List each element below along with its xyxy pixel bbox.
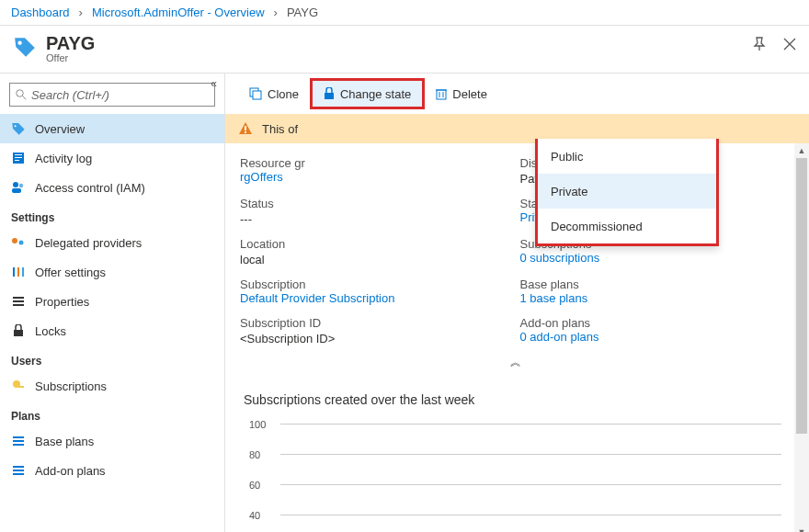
warning-text: This of bbox=[262, 122, 298, 136]
trash-icon bbox=[436, 87, 447, 100]
breadcrumb-current: PAYG bbox=[287, 6, 318, 19]
breadcrumb-dashboard[interactable]: Dashboard bbox=[11, 6, 70, 19]
page-title: PAYG bbox=[46, 33, 95, 54]
svg-point-11 bbox=[12, 238, 17, 243]
field-base-plans: Base plans 1 base plans bbox=[520, 277, 782, 305]
svg-point-9 bbox=[19, 184, 23, 187]
sidebar-item-label: Subscriptions bbox=[35, 379, 107, 393]
svg-rect-21 bbox=[18, 386, 24, 388]
chart-tick: 40 bbox=[249, 510, 260, 521]
svg-point-0 bbox=[17, 41, 21, 45]
svg-rect-30 bbox=[325, 93, 334, 99]
warning-banner: This of bbox=[225, 114, 809, 143]
breadcrumb-adminoffer[interactable]: Microsoft.AdminOffer - Overview bbox=[92, 6, 265, 19]
sidebar-item-label: Properties bbox=[35, 295, 89, 309]
collapse-up-icon[interactable]: ︽ bbox=[225, 351, 809, 374]
sidebar-item-subscriptions[interactable]: Subscriptions bbox=[0, 371, 224, 401]
tag-icon bbox=[11, 121, 26, 136]
dropdown-item-private[interactable]: Private bbox=[538, 174, 716, 209]
providers-icon bbox=[11, 235, 26, 250]
property-grid: Resource gr rgOffers Display name Pay as… bbox=[225, 143, 809, 351]
svg-rect-10 bbox=[12, 188, 21, 193]
chevron-right-icon: › bbox=[274, 6, 278, 19]
scroll-up-icon[interactable]: ▲ bbox=[794, 143, 809, 158]
change-state-button[interactable]: Change state bbox=[310, 78, 425, 109]
chart-section: Subscriptions created over the last week… bbox=[225, 374, 809, 532]
field-value-link[interactable]: rgOffers bbox=[240, 170, 283, 184]
field-value: --- bbox=[240, 212, 502, 226]
field-addon-plans: Add-on plans 0 add-on plans bbox=[520, 316, 782, 345]
svg-line-2 bbox=[23, 96, 27, 100]
scrollbar-thumb[interactable] bbox=[796, 158, 807, 434]
field-value-link[interactable]: 0 add-on plans bbox=[520, 330, 599, 344]
field-label: Add-on plans bbox=[520, 316, 782, 330]
search-input[interactable]: Search (Ctrl+/) bbox=[9, 83, 215, 107]
field-location: Location local bbox=[240, 237, 502, 266]
properties-icon bbox=[11, 294, 26, 309]
breadcrumb: Dashboard › Microsoft.AdminOffer - Overv… bbox=[0, 0, 809, 26]
field-status: Status --- bbox=[240, 197, 502, 226]
sidebar-item-base-plans[interactable]: Base plans bbox=[0, 426, 224, 456]
svg-point-1 bbox=[17, 90, 24, 97]
chevron-right-icon: › bbox=[79, 6, 83, 19]
pin-icon[interactable] bbox=[752, 37, 767, 54]
close-icon[interactable] bbox=[783, 38, 796, 53]
sidebar-item-locks[interactable]: Locks bbox=[0, 316, 224, 345]
clone-button[interactable]: Clone bbox=[238, 78, 310, 109]
list-icon bbox=[11, 463, 26, 478]
sidebar-item-label: Activity log bbox=[35, 152, 92, 165]
svg-rect-7 bbox=[15, 160, 19, 161]
field-label: Location bbox=[240, 237, 502, 251]
svg-rect-6 bbox=[15, 157, 22, 158]
field-value: local bbox=[240, 253, 502, 266]
warning-icon bbox=[238, 121, 253, 136]
svg-rect-36 bbox=[245, 131, 246, 133]
svg-rect-29 bbox=[253, 91, 261, 99]
svg-rect-35 bbox=[245, 126, 246, 130]
field-subscription-id: Subscription ID <Subscription ID> bbox=[240, 316, 502, 345]
sidebar-item-access-control[interactable]: Access control (IAM) bbox=[0, 173, 224, 202]
svg-point-3 bbox=[15, 125, 17, 127]
svg-point-12 bbox=[19, 241, 24, 245]
sidebar-item-delegated-providers[interactable]: Delegated providers bbox=[0, 228, 224, 257]
field-value-link[interactable]: Default Provider Subscription bbox=[240, 291, 394, 305]
chart-tick: 80 bbox=[249, 449, 260, 460]
sidebar-item-label: Add-on plans bbox=[35, 464, 106, 478]
chart-title: Subscriptions created over the last week bbox=[244, 392, 781, 407]
sidebar-item-label: Offer settings bbox=[35, 266, 106, 279]
sidebar-item-properties[interactable]: Properties bbox=[0, 287, 224, 316]
dropdown-item-public[interactable]: Public bbox=[538, 139, 716, 174]
lock-icon bbox=[11, 323, 26, 338]
change-state-dropdown: Public Private Decommissioned bbox=[535, 139, 719, 246]
chart-tick: 100 bbox=[249, 419, 266, 430]
sidebar-item-activity-log[interactable]: Activity log bbox=[0, 143, 224, 173]
main-content: Clone Change state Delete This of Public… bbox=[225, 74, 809, 532]
search-placeholder: Search (Ctrl+/) bbox=[31, 88, 109, 102]
field-value-link[interactable]: 0 subscriptions bbox=[520, 251, 600, 265]
field-value-link[interactable]: 1 base plans bbox=[520, 291, 588, 305]
subscriptions-chart: 100 80 60 40 bbox=[280, 424, 781, 532]
field-label: Subscription bbox=[240, 277, 502, 291]
field-label: Subscription ID bbox=[240, 316, 502, 330]
tag-icon bbox=[13, 35, 37, 59]
field-label: Resource gr bbox=[240, 156, 502, 170]
field-label: Status bbox=[240, 197, 502, 210]
toolbar: Clone Change state Delete bbox=[225, 74, 809, 114]
copy-icon bbox=[249, 87, 262, 100]
people-icon bbox=[11, 180, 26, 195]
vertical-scrollbar[interactable]: ▲ ▼ bbox=[794, 143, 809, 532]
scroll-down-icon[interactable]: ▼ bbox=[794, 525, 809, 532]
dropdown-item-decommissioned[interactable]: Decommissioned bbox=[538, 209, 716, 243]
page-header: PAYG Offer bbox=[0, 26, 809, 74]
field-resource-group: Resource gr rgOffers bbox=[240, 156, 502, 186]
sidebar-item-offer-settings[interactable]: Offer settings bbox=[0, 257, 224, 287]
sidebar-item-addon-plans[interactable]: Add-on plans bbox=[0, 456, 224, 485]
sidebar-item-overview[interactable]: Overview bbox=[0, 114, 224, 143]
button-label: Delete bbox=[452, 87, 487, 101]
delete-button[interactable]: Delete bbox=[425, 78, 498, 109]
sidebar-item-label: Base plans bbox=[35, 435, 94, 448]
lock-icon bbox=[324, 87, 335, 100]
list-icon bbox=[11, 434, 26, 448]
svg-rect-19 bbox=[14, 330, 23, 336]
collapse-sidebar-icon[interactable]: « bbox=[211, 77, 217, 90]
